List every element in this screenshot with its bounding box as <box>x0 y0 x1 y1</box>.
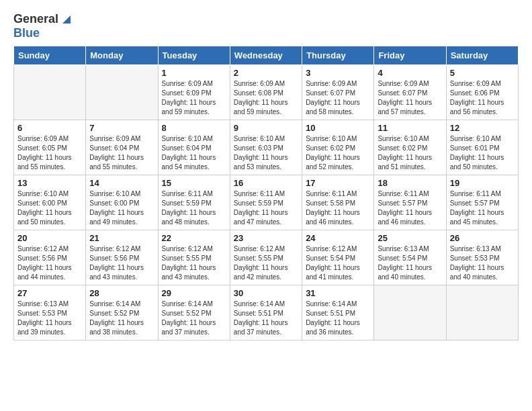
calendar-cell: 5Sunrise: 6:09 AM Sunset: 6:06 PM Daylig… <box>446 65 518 120</box>
logo: General Blue <box>13 12 73 40</box>
day-number: 13 <box>17 178 82 188</box>
calendar-cell: 9Sunrise: 6:10 AM Sunset: 6:03 PM Daylig… <box>230 120 302 175</box>
calendar-cell: 2Sunrise: 6:09 AM Sunset: 6:08 PM Daylig… <box>230 65 302 120</box>
weekday-header-saturday: Saturday <box>446 46 518 65</box>
logo-triangle-icon <box>60 11 73 25</box>
calendar-cell: 25Sunrise: 6:13 AM Sunset: 5:54 PM Dayli… <box>374 230 446 285</box>
calendar-week-row: 1Sunrise: 6:09 AM Sunset: 6:09 PM Daylig… <box>14 65 519 120</box>
calendar-cell <box>374 285 446 340</box>
calendar-cell: 3Sunrise: 6:09 AM Sunset: 6:07 PM Daylig… <box>302 65 374 120</box>
calendar-cell: 6Sunrise: 6:09 AM Sunset: 6:05 PM Daylig… <box>14 120 86 175</box>
day-info: Sunrise: 6:13 AM Sunset: 5:53 PM Dayligh… <box>450 244 515 282</box>
calendar-cell: 22Sunrise: 6:12 AM Sunset: 5:55 PM Dayli… <box>158 230 230 285</box>
day-number: 12 <box>450 123 515 133</box>
calendar-cell <box>86 65 158 120</box>
day-info: Sunrise: 6:14 AM Sunset: 5:51 PM Dayligh… <box>306 300 370 337</box>
calendar-cell: 19Sunrise: 6:11 AM Sunset: 5:57 PM Dayli… <box>446 175 518 230</box>
calendar-cell: 26Sunrise: 6:13 AM Sunset: 5:53 PM Dayli… <box>446 230 518 285</box>
calendar-cell: 29Sunrise: 6:14 AM Sunset: 5:52 PM Dayli… <box>158 285 230 340</box>
day-number: 1 <box>162 68 226 78</box>
day-info: Sunrise: 6:12 AM Sunset: 5:56 PM Dayligh… <box>89 244 154 282</box>
weekday-header-friday: Friday <box>374 46 446 65</box>
calendar-cell <box>14 65 86 120</box>
day-info: Sunrise: 6:09 AM Sunset: 6:08 PM Dayligh… <box>234 79 298 117</box>
calendar-cell: 8Sunrise: 6:10 AM Sunset: 6:04 PM Daylig… <box>158 120 230 175</box>
calendar-cell: 11Sunrise: 6:10 AM Sunset: 6:02 PM Dayli… <box>374 120 446 175</box>
day-info: Sunrise: 6:10 AM Sunset: 6:01 PM Dayligh… <box>450 134 515 172</box>
day-number: 15 <box>162 178 226 188</box>
svg-marker-0 <box>62 15 71 24</box>
calendar-cell: 20Sunrise: 6:12 AM Sunset: 5:56 PM Dayli… <box>14 230 86 285</box>
weekday-header-row: SundayMondayTuesdayWednesdayThursdayFrid… <box>14 46 519 65</box>
day-info: Sunrise: 6:09 AM Sunset: 6:07 PM Dayligh… <box>378 79 442 117</box>
day-number: 21 <box>89 233 154 243</box>
day-info: Sunrise: 6:10 AM Sunset: 6:03 PM Dayligh… <box>234 134 298 172</box>
day-info: Sunrise: 6:11 AM Sunset: 5:59 PM Dayligh… <box>234 189 298 227</box>
day-info: Sunrise: 6:10 AM Sunset: 6:00 PM Dayligh… <box>17 189 82 227</box>
day-info: Sunrise: 6:14 AM Sunset: 5:52 PM Dayligh… <box>162 300 226 337</box>
calendar-week-row: 27Sunrise: 6:13 AM Sunset: 5:53 PM Dayli… <box>14 285 519 340</box>
calendar-cell: 4Sunrise: 6:09 AM Sunset: 6:07 PM Daylig… <box>374 65 446 120</box>
calendar-cell: 18Sunrise: 6:11 AM Sunset: 5:57 PM Dayli… <box>374 175 446 230</box>
day-info: Sunrise: 6:12 AM Sunset: 5:55 PM Dayligh… <box>234 244 298 282</box>
day-info: Sunrise: 6:12 AM Sunset: 5:54 PM Dayligh… <box>306 244 370 282</box>
day-info: Sunrise: 6:11 AM Sunset: 5:57 PM Dayligh… <box>450 189 515 227</box>
day-info: Sunrise: 6:09 AM Sunset: 6:05 PM Dayligh… <box>17 134 82 172</box>
day-number: 24 <box>306 233 370 243</box>
day-info: Sunrise: 6:11 AM Sunset: 5:57 PM Dayligh… <box>378 189 442 227</box>
calendar-week-row: 6Sunrise: 6:09 AM Sunset: 6:05 PM Daylig… <box>14 120 519 175</box>
weekday-header-tuesday: Tuesday <box>158 46 230 65</box>
calendar-cell: 15Sunrise: 6:11 AM Sunset: 5:59 PM Dayli… <box>158 175 230 230</box>
day-info: Sunrise: 6:12 AM Sunset: 5:56 PM Dayligh… <box>17 244 82 282</box>
day-number: 20 <box>17 233 82 243</box>
day-info: Sunrise: 6:11 AM Sunset: 5:58 PM Dayligh… <box>306 189 370 227</box>
day-number: 2 <box>234 68 298 78</box>
day-number: 30 <box>234 288 298 298</box>
calendar-cell <box>446 285 518 340</box>
day-number: 11 <box>378 123 442 133</box>
page-header: General Blue <box>0 0 532 46</box>
calendar-cell: 16Sunrise: 6:11 AM Sunset: 5:59 PM Dayli… <box>230 175 302 230</box>
calendar-cell: 10Sunrise: 6:10 AM Sunset: 6:02 PM Dayli… <box>302 120 374 175</box>
day-info: Sunrise: 6:09 AM Sunset: 6:07 PM Dayligh… <box>306 79 370 117</box>
calendar-cell: 23Sunrise: 6:12 AM Sunset: 5:55 PM Dayli… <box>230 230 302 285</box>
weekday-header-thursday: Thursday <box>302 46 374 65</box>
calendar-cell: 21Sunrise: 6:12 AM Sunset: 5:56 PM Dayli… <box>86 230 158 285</box>
day-info: Sunrise: 6:09 AM Sunset: 6:06 PM Dayligh… <box>450 79 515 117</box>
day-number: 26 <box>450 233 515 243</box>
day-info: Sunrise: 6:09 AM Sunset: 6:09 PM Dayligh… <box>162 79 226 117</box>
day-info: Sunrise: 6:10 AM Sunset: 6:02 PM Dayligh… <box>306 134 370 172</box>
calendar-cell: 31Sunrise: 6:14 AM Sunset: 5:51 PM Dayli… <box>302 285 374 340</box>
day-number: 28 <box>89 288 154 298</box>
calendar-cell: 7Sunrise: 6:09 AM Sunset: 6:04 PM Daylig… <box>86 120 158 175</box>
day-number: 6 <box>17 123 82 133</box>
day-info: Sunrise: 6:13 AM Sunset: 5:53 PM Dayligh… <box>17 300 82 337</box>
calendar-cell: 28Sunrise: 6:14 AM Sunset: 5:52 PM Dayli… <box>86 285 158 340</box>
day-number: 7 <box>89 123 154 133</box>
logo-blue-text: Blue <box>13 26 40 40</box>
weekday-header-monday: Monday <box>86 46 158 65</box>
calendar-cell: 24Sunrise: 6:12 AM Sunset: 5:54 PM Dayli… <box>302 230 374 285</box>
day-info: Sunrise: 6:11 AM Sunset: 5:59 PM Dayligh… <box>162 189 226 227</box>
day-number: 25 <box>378 233 442 243</box>
day-number: 18 <box>378 178 442 188</box>
day-number: 29 <box>162 288 226 298</box>
calendar-wrapper: SundayMondayTuesdayWednesdayThursdayFrid… <box>0 46 532 347</box>
day-info: Sunrise: 6:12 AM Sunset: 5:55 PM Dayligh… <box>162 244 226 282</box>
calendar-week-row: 20Sunrise: 6:12 AM Sunset: 5:56 PM Dayli… <box>14 230 519 285</box>
day-number: 19 <box>450 178 515 188</box>
day-info: Sunrise: 6:13 AM Sunset: 5:54 PM Dayligh… <box>378 244 442 282</box>
day-number: 3 <box>306 68 370 78</box>
calendar-cell: 30Sunrise: 6:14 AM Sunset: 5:51 PM Dayli… <box>230 285 302 340</box>
weekday-header-wednesday: Wednesday <box>230 46 302 65</box>
day-number: 5 <box>450 68 515 78</box>
calendar-cell: 14Sunrise: 6:10 AM Sunset: 6:00 PM Dayli… <box>86 175 158 230</box>
day-number: 8 <box>162 123 226 133</box>
day-info: Sunrise: 6:14 AM Sunset: 5:51 PM Dayligh… <box>234 300 298 337</box>
day-info: Sunrise: 6:10 AM Sunset: 6:04 PM Dayligh… <box>162 134 226 172</box>
day-number: 22 <box>162 233 226 243</box>
day-number: 14 <box>89 178 154 188</box>
calendar-cell: 12Sunrise: 6:10 AM Sunset: 6:01 PM Dayli… <box>446 120 518 175</box>
day-number: 17 <box>306 178 370 188</box>
day-number: 9 <box>234 123 298 133</box>
